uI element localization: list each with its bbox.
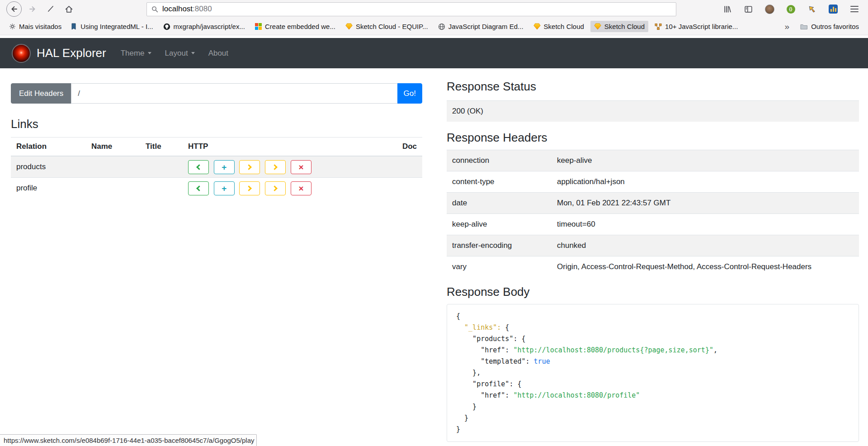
- table-row: transfer-encodingchunked: [447, 235, 859, 256]
- http-patch-button[interactable]: [265, 181, 286, 195]
- bookmark-js-diagram-editor[interactable]: JavaScript Diagram Ed...: [434, 21, 527, 32]
- nav-about-label: About: [208, 49, 228, 58]
- chart-extension-icon: [829, 5, 838, 14]
- menu-button[interactable]: [847, 2, 862, 16]
- address-url: localhost:8080: [162, 5, 212, 14]
- links-section-title: Links: [11, 117, 422, 131]
- address-bar[interactable]: localhost:8080: [146, 2, 676, 16]
- sketch-diamond-icon: [345, 23, 353, 30]
- chevron-right-icon: [246, 164, 252, 170]
- x-icon: ×: [298, 184, 303, 193]
- chevron-down-icon: [148, 52, 151, 54]
- book-icon: [71, 23, 77, 30]
- reload-button[interactable]: [43, 2, 58, 16]
- http-get-button[interactable]: [188, 181, 209, 195]
- uri-input[interactable]: [71, 83, 397, 104]
- extension-arrow[interactable]: [805, 2, 819, 16]
- response-headers-title: Response Headers: [447, 131, 859, 145]
- bookmark-sketch-cloud-equip[interactable]: Sketch Cloud - EQUIP...: [342, 21, 432, 32]
- back-button[interactable]: [6, 1, 22, 17]
- toolbar-right-cluster: {}: [720, 2, 862, 16]
- bookmark-mais-visitados[interactable]: Mais visitados: [5, 21, 65, 32]
- http-put-button[interactable]: [239, 160, 260, 174]
- header-value: chunked: [552, 235, 859, 256]
- http-actions-cell: + ×: [183, 156, 391, 178]
- json-extension-icon: {}: [787, 5, 795, 14]
- http-delete-button[interactable]: ×: [291, 181, 311, 195]
- chevron-right-icon: [272, 185, 278, 191]
- bookmarks-bar: Mais visitados Using IntegratedML - I...…: [0, 18, 868, 35]
- response-panel: Response Status 200 (OK) Response Header…: [447, 80, 859, 442]
- globe-icon: [438, 23, 445, 30]
- home-button[interactable]: [61, 2, 76, 16]
- response-headers-table: connectionkeep-alive content-typeapplica…: [447, 150, 859, 277]
- bookmarks-right-cluster: » Outros favoritos: [782, 21, 863, 32]
- header-value: application/hal+json: [552, 171, 859, 193]
- bookmark-label: Mais visitados: [19, 23, 61, 30]
- http-delete-button[interactable]: ×: [291, 160, 311, 174]
- plus-icon: +: [222, 163, 226, 171]
- http-put-button[interactable]: [239, 181, 260, 195]
- reload-icon: [47, 5, 55, 13]
- go-button[interactable]: Go!: [397, 83, 422, 104]
- doc-cell: [391, 156, 422, 178]
- relation-cell: products: [11, 156, 86, 178]
- app-navbar: HAL Explorer Theme Layout About: [0, 38, 868, 68]
- browser-status-bar: https://www.sketch.com/s/e084b69f-1716-4…: [0, 434, 257, 446]
- header-key: transfer-encoding: [447, 235, 552, 256]
- status-bar-link-text: https://www.sketch.com/s/e084b69f-1716-4…: [4, 437, 255, 444]
- bookmark-sketch-cloud-2[interactable]: Sketch Cloud: [590, 21, 648, 32]
- links-table-header-row: Relation Name Title HTTP Doc: [11, 138, 422, 157]
- sketch-diamond-icon: [594, 23, 601, 30]
- forward-button[interactable]: [25, 2, 40, 16]
- hamburger-icon: [850, 6, 859, 12]
- chevron-right-icon: [272, 164, 278, 170]
- hal-eye-logo-icon[interactable]: [12, 44, 31, 63]
- bookmark-using-integratedml[interactable]: Using IntegratedML - I...: [68, 21, 156, 32]
- microsoft-icon: [255, 23, 262, 30]
- app-brand[interactable]: HAL Explorer: [37, 46, 106, 60]
- account-avatar[interactable]: [762, 2, 777, 16]
- col-header-title: Title: [140, 138, 183, 157]
- explorer-panel: Edit Headers Go! Links Relation Name Tit…: [11, 83, 422, 199]
- bookmark-create-embedded[interactable]: Create embedded we...: [251, 21, 339, 32]
- response-status-value: 200 (OK): [447, 101, 859, 122]
- http-get-button[interactable]: [188, 160, 209, 174]
- title-cell: [140, 178, 183, 199]
- doc-cell: [391, 178, 422, 199]
- table-row: 200 (OK): [447, 101, 859, 122]
- http-post-button[interactable]: +: [214, 160, 235, 174]
- header-value: keep-alive: [552, 150, 859, 171]
- http-post-button[interactable]: +: [214, 181, 235, 195]
- sketch-diamond-icon: [533, 23, 541, 30]
- header-value: Mon, 01 Feb 2021 22:43:57 GMT: [552, 193, 859, 214]
- http-actions-cell: + ×: [183, 178, 391, 199]
- extension-json-viewer[interactable]: {}: [783, 2, 798, 16]
- x-icon: ×: [298, 163, 303, 171]
- nav-layout-dropdown[interactable]: Layout: [165, 49, 195, 58]
- http-patch-button[interactable]: [265, 160, 286, 174]
- sidebars-button[interactable]: [741, 2, 755, 16]
- nav-theme-dropdown[interactable]: Theme: [121, 49, 151, 58]
- bookmark-mxgraph[interactable]: mxgraph/javascript/ex...: [160, 21, 249, 32]
- bookmark-sketch-cloud-1[interactable]: Sketch Cloud: [530, 21, 588, 32]
- search-icon: [151, 6, 158, 13]
- bookmarks-overflow-button[interactable]: »: [782, 22, 793, 31]
- header-key: connection: [447, 150, 552, 171]
- chevron-down-icon: [191, 52, 195, 54]
- bookmark-label: JavaScript Diagram Ed...: [448, 23, 524, 30]
- browser-toolbar: localhost:8080 {}: [0, 0, 868, 18]
- nav-about-link[interactable]: About: [208, 49, 228, 58]
- response-body-card: { "_links": { "products": { "href": "htt…: [447, 304, 859, 442]
- request-bar: Edit Headers Go!: [11, 83, 422, 104]
- name-cell: [86, 178, 140, 199]
- library-button[interactable]: [720, 2, 734, 16]
- diagram-nodes-icon: [655, 23, 662, 30]
- bookmarks-folder-outros-favoritos[interactable]: Outros favoritos: [797, 21, 863, 32]
- extension-chart[interactable]: [826, 2, 840, 16]
- chevron-right-icon: [246, 185, 252, 191]
- edit-headers-button[interactable]: Edit Headers: [11, 83, 71, 104]
- nav-menu: Theme Layout About: [121, 49, 228, 58]
- bookmark-10-js-libraries[interactable]: 10+ JavaScript librarie...: [651, 21, 741, 32]
- header-key: vary: [447, 256, 552, 278]
